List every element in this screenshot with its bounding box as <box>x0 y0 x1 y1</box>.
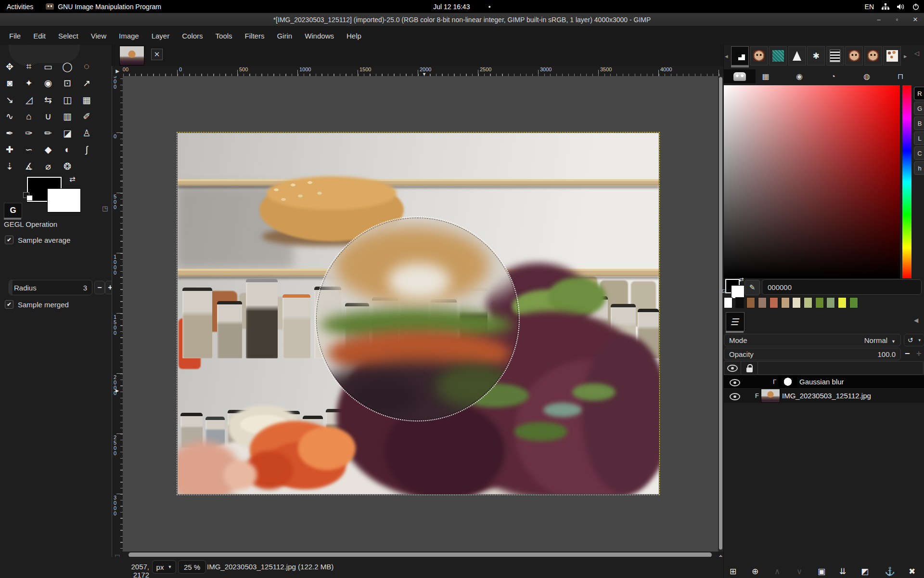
hex-color-input[interactable]: 000000 <box>762 279 922 295</box>
tool-fuzzy-select[interactable]: ✦ <box>19 75 38 92</box>
color-tab-scales[interactable]: ⊓ <box>890 69 911 83</box>
lock-header-cell[interactable] <box>741 362 758 374</box>
tool-gradient[interactable]: ▥ <box>58 108 77 125</box>
menu-item-windows[interactable]: Windows <box>298 30 340 42</box>
edit-color-button[interactable]: ✎ <box>744 280 760 295</box>
layer-mode-row[interactable]: Mode Normal▼ <box>724 334 901 346</box>
layer-row-gaussian-blur[interactable]: ΓGaussian blur <box>724 375 924 388</box>
foreground-background-colors[interactable]: ⇄ <box>23 175 86 212</box>
tool-options-menu-icon[interactable]: ◳ <box>102 205 108 212</box>
tab-brush-1[interactable] <box>750 46 768 66</box>
tab-brush-3[interactable] <box>864 46 882 66</box>
tool-zoom[interactable]: ⌀ <box>38 158 58 175</box>
tool-warp-transform[interactable]: ∿ <box>0 108 19 125</box>
menu-item-layer[interactable]: Layer <box>145 30 176 42</box>
tool-flip[interactable]: ⇆ <box>38 92 58 108</box>
menu-item-edit[interactable]: Edit <box>27 30 52 42</box>
visibility-header-cell[interactable] <box>724 362 741 374</box>
channel-button-h[interactable]: h <box>914 161 924 175</box>
palette-swatch[interactable] <box>804 297 812 308</box>
palette-swatch[interactable] <box>781 297 790 308</box>
power-icon[interactable] <box>912 3 919 10</box>
layer-row-image[interactable]: FIMG_20230503_125112.jpg <box>724 389 924 403</box>
color-tab-gimp[interactable] <box>724 69 756 83</box>
new-layer-button[interactable]: ⊞ <box>725 565 741 578</box>
color-select-square[interactable] <box>724 85 900 278</box>
palette-swatch[interactable] <box>770 297 778 308</box>
channel-button-L[interactable]: L <box>914 131 924 145</box>
palette-swatch[interactable] <box>815 297 824 308</box>
minimize-button[interactable]: – <box>873 14 885 25</box>
vertical-scrollbar[interactable] <box>718 76 723 552</box>
image-viewport[interactable] <box>123 76 718 552</box>
radius-decrease-button[interactable]: − <box>94 281 105 294</box>
color-tab-cmyk[interactable]: ▦ <box>756 69 776 83</box>
tool-color-picker[interactable]: ⇣ <box>0 158 19 175</box>
tool-mypaint-brush[interactable]: ✑ <box>19 125 38 142</box>
clock[interactable]: Jul 12 16:43 <box>433 3 470 11</box>
tab-scroll-left-icon[interactable]: ◂ <box>725 53 728 60</box>
tab-brush-2[interactable] <box>845 46 863 66</box>
palette-swatch[interactable] <box>849 297 858 308</box>
radius-increase-button[interactable]: + <box>105 281 112 294</box>
anchor-layer-button[interactable]: ⚓ <box>882 565 898 578</box>
focused-app-menu[interactable]: GNU Image Manipulation Program <box>46 3 161 11</box>
tab-gradient-spike[interactable] <box>788 46 806 66</box>
menu-item-filters[interactable]: Filters <box>239 30 271 42</box>
gegl-operation-tab[interactable]: G <box>4 203 22 218</box>
dock-menu-icon[interactable]: ◁ <box>914 50 919 57</box>
tool-cage-transform[interactable]: ⌂ <box>19 108 38 125</box>
opacity-increase-button[interactable]: + <box>916 349 922 359</box>
palette-swatch[interactable] <box>735 297 744 308</box>
tool-ink[interactable]: ✒ <box>0 125 19 142</box>
swap-colors-icon[interactable]: ⇄ <box>69 175 76 184</box>
maximize-button[interactable]: ▫ <box>891 14 903 25</box>
tool-ellipse-select[interactable]: ◯ <box>58 58 77 75</box>
volume-icon[interactable] <box>897 3 905 10</box>
layer-visibility-eye-icon[interactable] <box>730 393 740 400</box>
delete-layer-button[interactable]: ✖ <box>904 565 920 578</box>
color-tab-palette[interactable]: ◍ <box>857 69 877 83</box>
horizontal-ruler[interactable]: ▼ -50005001000150020002500300035004000 <box>123 66 723 77</box>
tool-smudge[interactable]: ∽ <box>19 142 38 158</box>
tab-fgbg-squares[interactable] <box>731 46 749 66</box>
color-tab-wheel[interactable]: ◔ <box>823 69 843 83</box>
tool-move[interactable]: ✥ <box>0 58 19 75</box>
sample-average-checkbox[interactable]: ✔ <box>5 236 13 244</box>
unit-dropdown[interactable]: px▼ <box>152 560 176 574</box>
network-icon[interactable] <box>882 3 889 10</box>
menu-item-image[interactable]: Image <box>113 30 145 42</box>
channel-button-R[interactable]: R <box>914 87 924 100</box>
tool-paint-select[interactable]: ❂ <box>58 158 77 175</box>
tool-paths[interactable]: ∫ <box>77 142 96 158</box>
keyboard-layout-indicator[interactable]: EN <box>865 3 874 11</box>
palette-swatch[interactable] <box>826 297 835 308</box>
palette-swatch[interactable] <box>758 297 767 308</box>
tool-clone[interactable]: ♙ <box>77 125 96 142</box>
layer-visibility-eye-icon[interactable] <box>730 379 740 386</box>
tool-select-by-color[interactable]: ◉ <box>38 75 58 92</box>
opacity-decrease-button[interactable]: − <box>905 349 910 359</box>
color-tab-watercolor[interactable]: ◉ <box>789 69 809 83</box>
tool-align[interactable]: ⌗ <box>19 58 38 75</box>
default-colors-icon[interactable] <box>23 192 33 201</box>
sample-merged-checkbox[interactable]: ✔ <box>5 300 13 309</box>
tab-pattern-green[interactable] <box>769 46 787 66</box>
menu-item-help[interactable]: Help <box>340 30 368 42</box>
tool-handle-transform[interactable]: ↗ <box>77 75 96 92</box>
tool-eraser[interactable]: ◪ <box>58 125 77 142</box>
menu-item-girin[interactable]: Girin <box>270 30 298 42</box>
tool-crop[interactable]: ⊡ <box>58 75 77 92</box>
window-title-bar[interactable]: *[IMG_20230503_125112] (imported)-25.0 (… <box>0 13 924 26</box>
mini-default-icon[interactable]: ◲ <box>722 289 726 293</box>
layers-menu-icon[interactable]: ◀ <box>914 317 918 324</box>
add-mask-button[interactable]: ◩ <box>857 565 873 578</box>
activities-button[interactable]: Activities <box>7 3 33 11</box>
tool-dodge-burn[interactable]: ◐ <box>58 142 77 158</box>
tab-document[interactable] <box>826 46 844 66</box>
mini-background-swatch[interactable] <box>731 285 744 299</box>
ruler-origin-button[interactable]: ▶ <box>112 66 123 77</box>
layer-thumbnail[interactable] <box>778 376 797 388</box>
tool-free-select[interactable]: ◌ <box>77 58 96 75</box>
tool-measure[interactable]: ∡ <box>19 158 38 175</box>
